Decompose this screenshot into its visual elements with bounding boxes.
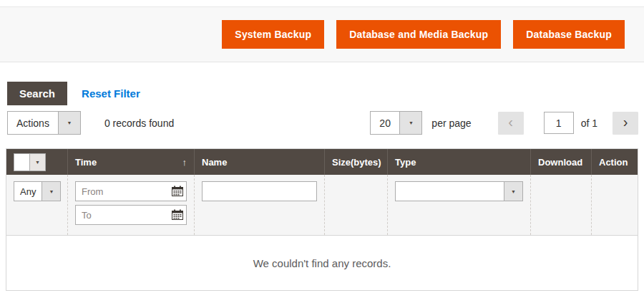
select-all-header-cell: ▼ <box>6 149 67 175</box>
chevron-down-icon[interactable]: ▼ <box>42 182 60 201</box>
system-backup-button[interactable]: System Backup <box>222 20 324 49</box>
column-header-time[interactable]: Time ↑ <box>67 149 194 175</box>
time-from-wrap <box>75 181 187 201</box>
select-all-control[interactable]: ▼ <box>14 153 46 171</box>
column-header-type[interactable]: Type <box>387 149 530 175</box>
chevron-down-icon[interactable]: ▼ <box>504 182 522 201</box>
chevron-down-icon[interactable]: ▼ <box>58 112 80 134</box>
page-actions-bar: System Backup Database and Media Backup … <box>0 6 644 62</box>
grid-filter-row: Any ▼ <box>6 175 638 235</box>
pagination-area: 20 ▼ per page ‹ of 1 › <box>370 111 638 135</box>
filter-cell-massaction: Any ▼ <box>6 175 67 235</box>
calendar-icon[interactable] <box>172 209 183 220</box>
page-total-label: of 1 <box>581 117 597 129</box>
chevron-down-icon[interactable]: ▼ <box>29 154 45 170</box>
select-all-checkbox[interactable] <box>14 154 29 170</box>
actions-select-value: Actions <box>8 112 58 134</box>
database-backup-button[interactable]: Database Backup <box>513 20 625 49</box>
dropdown-triangle: ▼ <box>49 189 54 194</box>
reset-filter-link[interactable]: Reset Filter <box>82 87 140 100</box>
time-to-wrap <box>75 205 187 225</box>
filter-cell-time <box>67 175 194 235</box>
column-header-size[interactable]: Size(bytes) <box>324 149 387 175</box>
backups-grid: ▼ Time ↑ Name Size(bytes) Type Download … <box>6 148 638 291</box>
previous-page-button[interactable]: ‹ <box>498 112 524 135</box>
massaction-area: Actions ▼ 0 records found <box>7 111 174 135</box>
filter-cell-size <box>324 175 387 235</box>
column-header-action: Action <box>591 149 638 175</box>
chevron-down-icon[interactable]: ▼ <box>399 112 421 134</box>
massaction-filter-select[interactable]: Any ▼ <box>14 181 61 201</box>
time-to-input[interactable] <box>75 205 187 225</box>
dropdown-triangle: ▼ <box>511 189 516 194</box>
calendar-icon[interactable] <box>172 186 183 196</box>
grid-container: Search Reset Filter Actions ▼ 0 records … <box>0 82 644 291</box>
column-header-time-label: Time <box>75 157 97 168</box>
page-number-input[interactable] <box>544 112 574 134</box>
search-button[interactable]: Search <box>7 82 67 105</box>
column-header-download: Download <box>530 149 591 175</box>
dropdown-triangle: ▼ <box>409 120 414 125</box>
records-count-label: 0 records found <box>104 117 174 129</box>
empty-records-message: We couldn't find any records. <box>253 257 391 269</box>
sort-ascending-icon: ↑ <box>182 157 187 168</box>
type-filter-select[interactable]: ▼ <box>395 181 523 201</box>
filter-cell-download <box>530 175 591 235</box>
per-page-value: 20 <box>371 112 399 134</box>
filter-cell-action <box>591 175 638 235</box>
filter-cell-type: ▼ <box>387 175 530 235</box>
actions-select[interactable]: Actions ▼ <box>7 111 81 135</box>
filter-actions-row: Search Reset Filter <box>6 82 638 105</box>
database-and-media-backup-button[interactable]: Database and Media Backup <box>336 20 501 49</box>
next-page-button[interactable]: › <box>613 112 638 135</box>
dropdown-triangle: ▼ <box>67 120 72 125</box>
time-from-input[interactable] <box>75 181 187 201</box>
grid-header-row: ▼ Time ↑ Name Size(bytes) Type Download … <box>6 149 638 175</box>
massaction-filter-value: Any <box>14 182 42 201</box>
grid-toolbar: Actions ▼ 0 records found 20 ▼ per page … <box>6 111 638 135</box>
per-page-label: per page <box>431 117 471 129</box>
dropdown-triangle: ▼ <box>35 160 40 165</box>
name-filter-input[interactable] <box>202 181 317 201</box>
column-header-name[interactable]: Name <box>194 149 324 175</box>
per-page-select[interactable]: 20 ▼ <box>370 111 422 135</box>
type-filter-value <box>396 182 417 201</box>
filter-cell-name <box>194 175 324 235</box>
empty-records-row: We couldn't find any records. <box>6 235 638 290</box>
